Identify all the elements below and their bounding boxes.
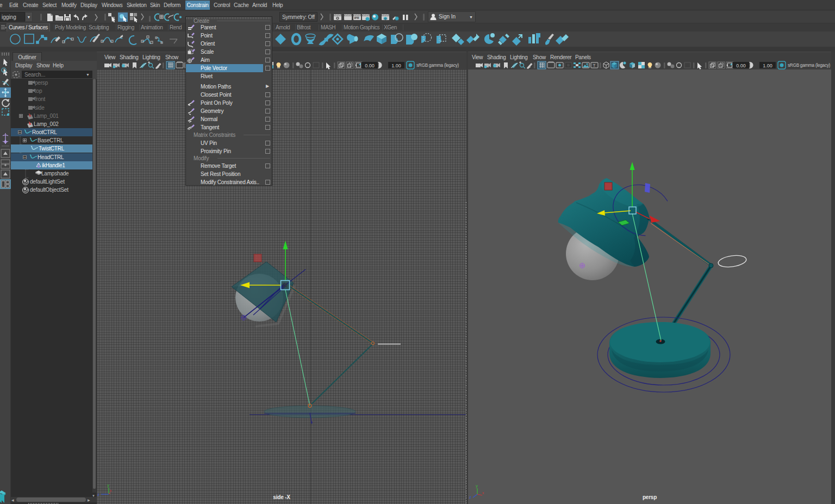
svg-text:y: y [476,483,478,488]
svg-text:x: x [110,489,112,493]
svg-text:IPR: IPR [354,16,359,20]
svg-text:y: y [107,483,109,488]
